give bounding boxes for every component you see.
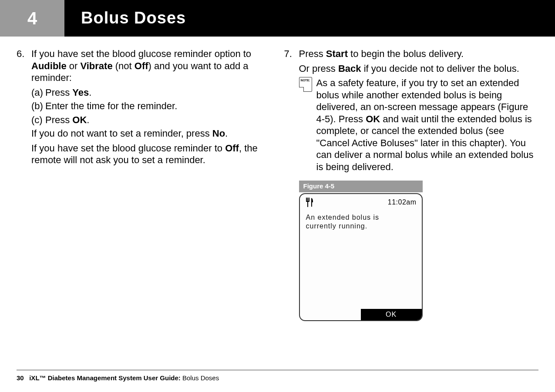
chapter-number: 4 <box>27 7 37 29</box>
step-text: Or press Back if you decide not to deliv… <box>299 63 539 75</box>
note-block: NOTE: As a safety feature, if you try to… <box>299 77 539 173</box>
sub-label: (a) <box>31 87 45 99</box>
right-column: 7. Press Start to begin the bolus delive… <box>284 48 539 321</box>
sub-c: (c) Press OK. <box>31 114 271 126</box>
note-icon: NOTE: <box>299 77 312 92</box>
device-message: An extended bolus is currently running. <box>300 208 422 236</box>
sub-text: Press OK. <box>45 114 89 126</box>
figure-label: Figure 4-5 <box>299 181 423 192</box>
sub-label: (b) <box>31 100 45 112</box>
step-text: If you have set the blood glucose remind… <box>31 48 271 84</box>
page-number: 30 <box>17 374 24 382</box>
step-number: 7. <box>284 48 299 173</box>
sub-text: Enter the time for the reminder. <box>45 100 177 112</box>
chapter-title-box: Bolus Doses <box>64 0 555 37</box>
sub-text: Press Yes. <box>45 87 91 99</box>
chapter-number-box: 4 <box>0 0 64 37</box>
chapter-title: Bolus Doses <box>81 8 186 29</box>
guide-title: iXL™ Diabetes Management System User Gui… <box>29 374 182 382</box>
page-footer: 30 iXL™ Diabetes Management System User … <box>17 374 219 382</box>
step-body: Press Start to begin the bolus delivery.… <box>299 48 539 173</box>
left-column: 6. If you have set the blood glucose rem… <box>17 48 271 321</box>
guide-section: Bolus Doses <box>182 374 219 382</box>
page-header: 4 Bolus Doses <box>0 0 555 37</box>
step-body: If you have set the blood glucose remind… <box>31 48 271 169</box>
step-text: Press Start to begin the bolus delivery. <box>299 48 539 60</box>
step-number: 6. <box>17 48 31 169</box>
step-text: If you do not want to set a reminder, pr… <box>31 127 271 140</box>
sub-label: (c) <box>31 114 45 126</box>
sub-a: (a) Press Yes. <box>31 87 271 99</box>
device-ok-softkey: OK <box>361 309 422 320</box>
sub-b: (b) Enter the time for the reminder. <box>31 100 271 112</box>
step-6: 6. If you have set the blood glucose rem… <box>17 48 271 169</box>
device-time: 11:02am <box>388 198 417 207</box>
footer-rule <box>17 370 538 370</box>
note-text: As a safety feature, if you try to set a… <box>316 77 539 173</box>
utensils-icon <box>305 198 313 207</box>
device-statusbar: 11:02am <box>300 194 422 208</box>
content-area: 6. If you have set the blood glucose rem… <box>17 48 538 321</box>
device-screen: 11:02am An extended bolus is currently r… <box>299 193 423 321</box>
step-7: 7. Press Start to begin the bolus delive… <box>284 48 539 173</box>
step-text: If you have set the blood glucose remind… <box>31 142 271 166</box>
figure-4-5: Figure 4-5 11:02am An extended bolus is … <box>299 181 423 321</box>
